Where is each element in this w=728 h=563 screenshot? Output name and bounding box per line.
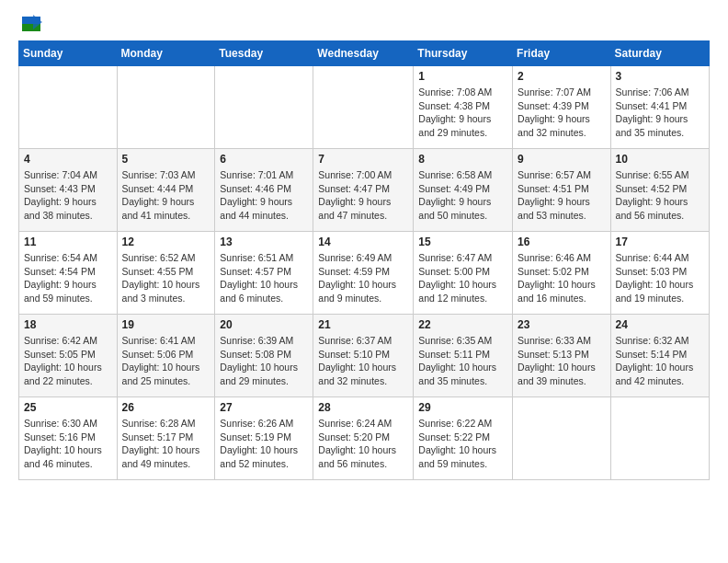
day-number: 15: [418, 236, 507, 248]
col-header-saturday: Saturday: [610, 41, 709, 66]
day-cell: 22Sunrise: 6:35 AM Sunset: 5:11 PM Dayli…: [414, 315, 513, 397]
day-number: 21: [318, 318, 408, 331]
day-cell: 16Sunrise: 6:46 AM Sunset: 5:02 PM Dayli…: [513, 232, 611, 315]
day-cell: 18Sunrise: 6:42 AM Sunset: 5:05 PM Dayli…: [19, 315, 118, 397]
col-header-wednesday: Wednesday: [313, 41, 414, 66]
day-cell: 1Sunrise: 7:08 AM Sunset: 4:38 PM Daylig…: [414, 66, 513, 149]
col-header-monday: Monday: [117, 41, 215, 66]
day-detail: Sunrise: 6:35 AM Sunset: 5:11 PM Dayligh…: [418, 334, 507, 388]
day-detail: Sunrise: 6:58 AM Sunset: 4:49 PM Dayligh…: [418, 168, 507, 223]
day-detail: Sunrise: 6:42 AM Sunset: 5:05 PM Dayligh…: [24, 334, 112, 388]
day-detail: Sunrise: 6:37 AM Sunset: 5:10 PM Dayligh…: [318, 334, 408, 388]
day-detail: Sunrise: 7:07 AM Sunset: 4:39 PM Dayligh…: [518, 86, 606, 140]
day-detail: Sunrise: 7:00 AM Sunset: 4:47 PM Dayligh…: [318, 168, 408, 223]
logo-flag-icon: [20, 15, 42, 33]
day-cell: [117, 66, 215, 149]
day-cell: 24Sunrise: 6:32 AM Sunset: 5:14 PM Dayli…: [610, 315, 709, 397]
day-cell: 3Sunrise: 7:06 AM Sunset: 4:41 PM Daylig…: [610, 66, 709, 149]
day-cell: 4Sunrise: 7:04 AM Sunset: 4:43 PM Daylig…: [19, 149, 118, 232]
day-cell: 9Sunrise: 6:57 AM Sunset: 4:51 PM Daylig…: [513, 149, 611, 232]
day-detail: Sunrise: 6:46 AM Sunset: 5:02 PM Dayligh…: [518, 251, 606, 305]
day-number: 20: [220, 318, 308, 331]
day-number: 28: [318, 401, 408, 414]
day-detail: Sunrise: 6:32 AM Sunset: 5:14 PM Dayligh…: [616, 334, 704, 388]
day-detail: Sunrise: 6:26 AM Sunset: 5:19 PM Dayligh…: [220, 417, 308, 471]
day-detail: Sunrise: 7:03 AM Sunset: 4:44 PM Dayligh…: [122, 168, 210, 223]
day-detail: Sunrise: 6:55 AM Sunset: 4:52 PM Dayligh…: [616, 168, 704, 223]
day-number: 8: [418, 153, 507, 166]
day-number: 14: [318, 236, 408, 248]
day-cell: 25Sunrise: 6:30 AM Sunset: 5:16 PM Dayli…: [19, 397, 118, 480]
day-cell: 17Sunrise: 6:44 AM Sunset: 5:03 PM Dayli…: [610, 232, 709, 315]
day-detail: Sunrise: 7:08 AM Sunset: 4:38 PM Dayligh…: [418, 86, 507, 140]
day-detail: Sunrise: 6:28 AM Sunset: 5:17 PM Dayligh…: [122, 417, 210, 471]
col-header-friday: Friday: [513, 41, 611, 66]
day-number: 3: [616, 70, 704, 83]
calendar-table: SundayMondayTuesdayWednesdayThursdayFrid…: [18, 40, 710, 480]
day-detail: Sunrise: 6:39 AM Sunset: 5:08 PM Dayligh…: [220, 334, 308, 388]
day-cell: 7Sunrise: 7:00 AM Sunset: 4:47 PM Daylig…: [313, 149, 414, 232]
day-cell: 20Sunrise: 6:39 AM Sunset: 5:08 PM Dayli…: [215, 315, 313, 397]
day-number: 13: [220, 236, 308, 248]
day-number: 26: [122, 401, 210, 414]
day-number: 5: [122, 153, 210, 166]
day-detail: Sunrise: 7:06 AM Sunset: 4:41 PM Dayligh…: [616, 86, 704, 140]
day-cell: 12Sunrise: 6:52 AM Sunset: 4:55 PM Dayli…: [117, 232, 215, 315]
day-cell: 15Sunrise: 6:47 AM Sunset: 5:00 PM Dayli…: [414, 232, 513, 315]
day-cell: 5Sunrise: 7:03 AM Sunset: 4:44 PM Daylig…: [117, 149, 215, 232]
week-row-1: 1Sunrise: 7:08 AM Sunset: 4:38 PM Daylig…: [19, 66, 710, 149]
header-row: SundayMondayTuesdayWednesdayThursdayFrid…: [19, 41, 710, 66]
day-number: 19: [122, 318, 210, 331]
day-detail: Sunrise: 6:49 AM Sunset: 4:59 PM Dayligh…: [318, 251, 408, 305]
day-number: 22: [418, 318, 507, 331]
week-row-3: 11Sunrise: 6:54 AM Sunset: 4:54 PM Dayli…: [19, 232, 710, 315]
col-header-sunday: Sunday: [19, 41, 118, 66]
day-number: 9: [518, 153, 606, 166]
day-number: 17: [616, 236, 704, 248]
day-cell: 6Sunrise: 7:01 AM Sunset: 4:46 PM Daylig…: [215, 149, 313, 232]
day-cell: 23Sunrise: 6:33 AM Sunset: 5:13 PM Dayli…: [513, 315, 611, 397]
day-number: 2: [518, 70, 606, 83]
day-detail: Sunrise: 6:24 AM Sunset: 5:20 PM Dayligh…: [318, 417, 408, 471]
day-cell: 28Sunrise: 6:24 AM Sunset: 5:20 PM Dayli…: [313, 397, 414, 480]
day-detail: Sunrise: 6:41 AM Sunset: 5:06 PM Dayligh…: [122, 334, 210, 388]
day-number: 24: [616, 318, 704, 331]
day-cell: 29Sunrise: 6:22 AM Sunset: 5:22 PM Dayli…: [414, 397, 513, 480]
day-detail: Sunrise: 6:47 AM Sunset: 5:00 PM Dayligh…: [418, 251, 507, 305]
day-detail: Sunrise: 7:04 AM Sunset: 4:43 PM Dayligh…: [24, 168, 112, 223]
day-number: 4: [24, 153, 112, 166]
day-cell: [313, 66, 414, 149]
week-row-2: 4Sunrise: 7:04 AM Sunset: 4:43 PM Daylig…: [19, 149, 710, 232]
day-detail: Sunrise: 6:44 AM Sunset: 5:03 PM Dayligh…: [616, 251, 704, 305]
day-cell: 14Sunrise: 6:49 AM Sunset: 4:59 PM Dayli…: [313, 232, 414, 315]
day-detail: Sunrise: 7:01 AM Sunset: 4:46 PM Dayligh…: [220, 168, 308, 223]
day-number: 29: [418, 401, 507, 414]
week-row-4: 18Sunrise: 6:42 AM Sunset: 5:05 PM Dayli…: [19, 315, 710, 397]
day-cell: 11Sunrise: 6:54 AM Sunset: 4:54 PM Dayli…: [19, 232, 118, 315]
day-detail: Sunrise: 6:57 AM Sunset: 4:51 PM Dayligh…: [518, 168, 606, 223]
day-cell: 2Sunrise: 7:07 AM Sunset: 4:39 PM Daylig…: [513, 66, 611, 149]
day-number: 1: [418, 70, 507, 83]
day-cell: 13Sunrise: 6:51 AM Sunset: 4:57 PM Dayli…: [215, 232, 313, 315]
day-cell: 27Sunrise: 6:26 AM Sunset: 5:19 PM Dayli…: [215, 397, 313, 480]
day-detail: Sunrise: 6:22 AM Sunset: 5:22 PM Dayligh…: [418, 417, 507, 471]
day-number: 25: [24, 401, 112, 414]
day-detail: Sunrise: 6:33 AM Sunset: 5:13 PM Dayligh…: [518, 334, 606, 388]
day-detail: Sunrise: 6:30 AM Sunset: 5:16 PM Dayligh…: [24, 417, 112, 471]
day-cell: 8Sunrise: 6:58 AM Sunset: 4:49 PM Daylig…: [414, 149, 513, 232]
day-cell: 10Sunrise: 6:55 AM Sunset: 4:52 PM Dayli…: [610, 149, 709, 232]
day-detail: Sunrise: 6:54 AM Sunset: 4:54 PM Dayligh…: [24, 251, 112, 305]
day-number: 7: [318, 153, 408, 166]
day-number: 10: [616, 153, 704, 166]
day-cell: [610, 397, 709, 480]
logo: [18, 15, 40, 29]
day-number: 18: [24, 318, 112, 331]
day-cell: 21Sunrise: 6:37 AM Sunset: 5:10 PM Dayli…: [313, 315, 414, 397]
day-number: 27: [220, 401, 308, 414]
day-number: 23: [518, 318, 606, 331]
col-header-thursday: Thursday: [414, 41, 513, 66]
day-number: 6: [220, 153, 308, 166]
week-row-5: 25Sunrise: 6:30 AM Sunset: 5:16 PM Dayli…: [19, 397, 710, 480]
day-cell: [215, 66, 313, 149]
day-cell: 19Sunrise: 6:41 AM Sunset: 5:06 PM Dayli…: [117, 315, 215, 397]
